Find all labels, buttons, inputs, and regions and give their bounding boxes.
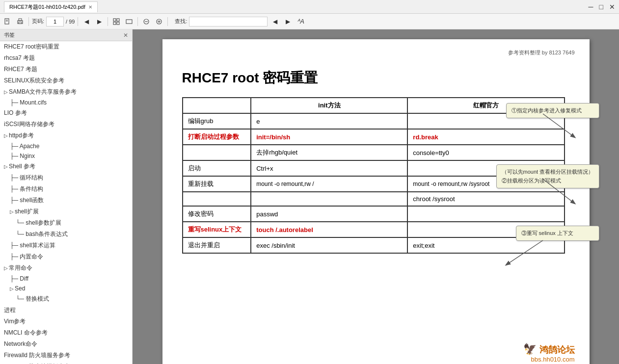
new-button[interactable]: [2, 16, 13, 27]
tree-indent-icon: ├─: [10, 242, 20, 249]
fit-width-button[interactable]: [124, 16, 135, 27]
cell-remount-init: mount -o remount,rw /: [251, 176, 407, 192]
svg-rect-7: [117, 19, 119, 21]
cell-exit-label: 退出并重启: [183, 237, 251, 253]
file-tab[interactable]: RHCE7考题01-hh010-fz420.pdf ✕: [4, 1, 98, 12]
sidebar-item-label-item-network: Network命令: [4, 340, 37, 347]
toolbar: 页码: / 99 ◀ ▶ 查找: ◀ ▶ ᴬA: [0, 14, 619, 29]
tree-toggle-icon[interactable]: ▷: [4, 89, 8, 95]
cell-quiet-init: 去掉rhgb/quiet: [251, 145, 407, 160]
watermark: 🦅 鸿鹄论坛 bbs.hh010.com: [523, 343, 574, 363]
sidebar-item-item-vim[interactable]: Vim参考: [0, 316, 132, 327]
page-number-input[interactable]: [46, 17, 64, 26]
page-title: RHCE7 root 密码重置: [182, 69, 570, 87]
search-input[interactable]: [189, 17, 268, 26]
sidebar-item-item-rhce7[interactable]: RHCE7 考题: [0, 64, 132, 75]
search-next-button[interactable]: ▶: [282, 16, 293, 27]
sidebar-item-item-diff[interactable]: ├─ Diff: [0, 274, 132, 284]
tree-toggle-icon[interactable]: ▷: [4, 133, 8, 138]
sidebar-item-item-iscsi[interactable]: iSCSI网络存储参考: [0, 119, 132, 130]
cell-exit-init: exec /sbin/init: [251, 237, 407, 253]
table-row: chroot /sysroot: [183, 192, 565, 206]
table-row: 去掉rhgb/quiet console=tty0: [183, 145, 565, 160]
sidebar-item-item-samba[interactable]: ▷SAMBA文件共享服务参考: [0, 86, 132, 98]
callout-1-text: ①指定内核参考进入修复模式: [511, 107, 582, 113]
sidebar-item-item-rhce7-root[interactable]: RHCE7 root密码重置: [0, 41, 132, 52]
fit-page-button[interactable]: [111, 16, 122, 27]
sidebar-item-item-shellcalc[interactable]: ├─ shell算术运算: [0, 240, 132, 251]
sidebar-item-label-item-apache: Apache: [20, 143, 40, 150]
sidebar: 书签 ✕ RHCE7 root密码重置rhcsa7 考题RHCE7 考题SELI…: [0, 29, 133, 364]
sidebar-item-item-firewalld-svc[interactable]: Firewalld 防火墙服务参考: [0, 350, 132, 361]
sidebar-item-item-lio[interactable]: LIO 参考: [0, 107, 132, 119]
sidebar-item-item-mountcifs[interactable]: ├─ Mount.cifs: [0, 98, 132, 107]
watermark-forum-name: 鸿鹄论坛: [539, 345, 575, 355]
tree-toggle-icon[interactable]: ▷: [4, 265, 8, 271]
minimize-button[interactable]: ─: [589, 3, 593, 11]
sidebar-item-item-selinux[interactable]: SELINUX系统安全参考: [0, 75, 132, 86]
sidebar-close-button[interactable]: ✕: [123, 32, 128, 39]
pdf-page: 参考资料整理 by 8123 7649 RHCE7 root 密码重置 init…: [162, 39, 590, 364]
sidebar-item-item-apache[interactable]: ├─ Apache: [0, 141, 132, 151]
tree-toggle-icon[interactable]: ▷: [4, 164, 8, 169]
print-button[interactable]: [15, 16, 26, 27]
table-row: 修改密码 passwd: [183, 206, 565, 222]
sidebar-item-item-shell[interactable]: ▷Shell 参考: [0, 161, 132, 172]
sidebar-item-item-firewalld-tpl[interactable]: Firewalld 防火墙模板参考: [0, 361, 132, 364]
text-size-icon: ᴬA: [297, 18, 304, 25]
sidebar-item-item-replace[interactable]: └─ 替换模式: [0, 293, 132, 305]
header-col1: [183, 98, 251, 113]
cell-remount-label: 重新挂载: [183, 176, 251, 192]
text-size-button[interactable]: ᴬA: [295, 16, 306, 27]
sidebar-item-item-nginx[interactable]: ├─ Nginx: [0, 151, 132, 161]
sidebar-item-item-builtin[interactable]: ├─ 内置命令: [0, 251, 132, 262]
sidebar-item-label-item-selinux: SELINUX系统安全参考: [4, 77, 64, 84]
main-layout: 书签 ✕ RHCE7 root密码重置rhcsa7 考题RHCE7 考题SELI…: [0, 29, 619, 364]
sidebar-item-item-nmcli[interactable]: NMCLI 命令参考: [0, 327, 132, 338]
sidebar-item-item-common[interactable]: ▷常用命令: [0, 262, 132, 274]
tree-toggle-icon[interactable]: ▷: [10, 209, 14, 214]
tree-indent-icon: ├─: [10, 275, 20, 282]
tree-indent-icon: └─: [16, 231, 26, 237]
sidebar-item-label-item-cond: 条件结构: [20, 185, 43, 192]
tree-toggle-icon[interactable]: ▷: [10, 286, 14, 291]
cell-break-official: rd.break: [407, 129, 564, 145]
sidebar-item-label-item-firewalld-svc: Firewalld 防火墙服务参考: [4, 352, 70, 359]
sidebar-item-item-network[interactable]: Network命令: [0, 338, 132, 350]
sidebar-item-label-item-replace: 替换模式: [26, 295, 49, 302]
callout-2-line2: ②挂载根分区为读写模式: [502, 178, 561, 183]
sidebar-item-item-process[interactable]: 进程: [0, 305, 132, 316]
cell-grub-label: 编辑grub: [183, 113, 251, 129]
watermark-url: bbs.hh010.com: [523, 356, 574, 363]
search-prev-button[interactable]: ◀: [269, 16, 280, 27]
sidebar-item-item-sed[interactable]: ▷Sed: [0, 284, 132, 293]
zoom-out-button[interactable]: [141, 16, 152, 27]
zoom-in-button[interactable]: [154, 16, 164, 27]
sidebar-item-item-loop[interactable]: ├─ 循环结构: [0, 172, 132, 183]
callout-2-line1: （可以先mount 查看根分区挂载情况）: [502, 169, 594, 175]
sidebar-item-item-shellext[interactable]: ▷shell扩展: [0, 206, 132, 217]
sidebar-item-label-item-iscsi: iSCSI网络存储参考: [4, 121, 54, 128]
prev-page-button[interactable]: ◀: [81, 16, 92, 27]
cell-chroot-label: [183, 192, 251, 206]
maximize-button[interactable]: □: [599, 3, 603, 11]
sidebar-item-item-cond[interactable]: ├─ 条件结构: [0, 183, 132, 195]
page-total-label: / 99: [66, 19, 75, 25]
cell-chroot-official: chroot /sysroot: [407, 192, 564, 206]
sidebar-item-item-httpd[interactable]: ▷httpd参考: [0, 130, 132, 141]
svg-rect-6: [113, 19, 116, 21]
sidebar-item-item-shellfunc[interactable]: ├─ shell函数: [0, 195, 132, 206]
sidebar-item-item-shellparam[interactable]: └─ shell参数扩展: [0, 217, 132, 229]
tree-indent-icon: ├─: [10, 197, 20, 204]
sidebar-item-item-bash[interactable]: └─ bash条件表达式: [0, 229, 132, 240]
tree-indent-icon: ├─: [10, 143, 20, 150]
svg-rect-5: [19, 22, 22, 24]
close-window-button[interactable]: ✕: [609, 3, 615, 11]
tree-indent-icon: ├─: [10, 174, 20, 181]
tab-close-button[interactable]: ✕: [88, 4, 92, 10]
tree-indent-icon: ├─: [10, 253, 20, 260]
sidebar-item-item-rhcsa7[interactable]: rhcsa7 考题: [0, 52, 132, 64]
watermark-bird-icon: 🦅: [523, 343, 537, 355]
next-page-button[interactable]: ▶: [94, 16, 105, 27]
separator4: [137, 17, 138, 26]
